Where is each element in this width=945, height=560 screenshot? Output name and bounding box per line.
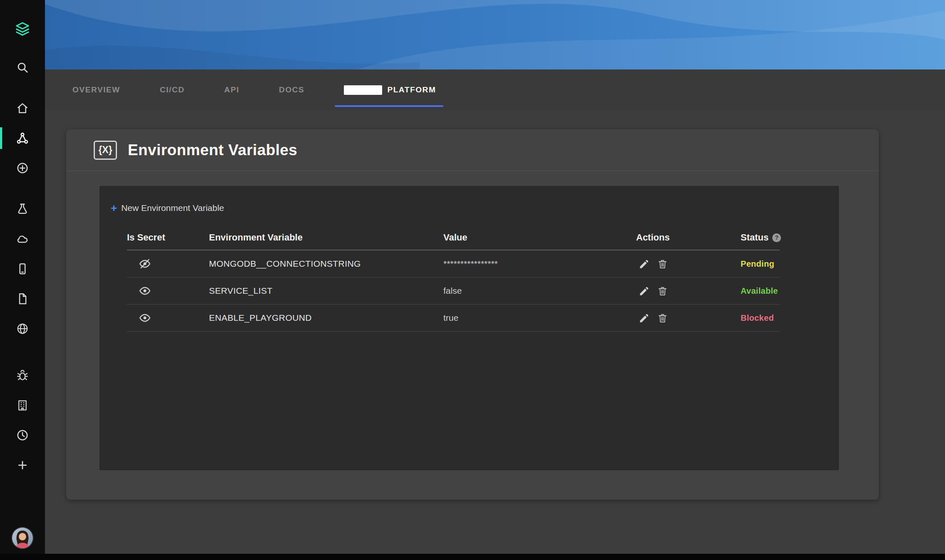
sidebar-item-workflow[interactable] <box>0 123 45 153</box>
cloud-icon <box>16 233 29 245</box>
secret-toggle[interactable] <box>127 285 209 297</box>
flask-icon <box>16 203 29 215</box>
file-icon <box>16 292 29 305</box>
row-actions <box>636 258 741 270</box>
banner-waves-graphic <box>45 0 945 69</box>
status-badge: Pending <box>741 259 780 269</box>
status-badge: Available <box>741 286 780 296</box>
header-actions: Actions <box>636 232 741 243</box>
delete-icon[interactable] <box>657 258 668 270</box>
eye-icon <box>139 312 151 324</box>
card-header: {X} Environment Variables <box>66 129 879 171</box>
header-name: Environment Variable <box>209 232 443 243</box>
sidebar-item-experiments[interactable] <box>0 194 45 224</box>
tab-label: OVERVIEW <box>72 85 120 94</box>
card-body: + New Environment Variable Is Secret Env… <box>66 171 879 470</box>
bottom-edge-bar <box>0 554 945 560</box>
search-icon <box>16 61 29 74</box>
tab-overview[interactable]: OVERVIEW <box>72 69 120 110</box>
sidebar-item-history[interactable] <box>0 420 45 450</box>
edit-icon[interactable] <box>639 258 650 270</box>
env-var-name: ENABLE_PLAYGROUND <box>209 313 443 323</box>
env-variables-table: Is Secret Environment Variable Value Act… <box>127 232 780 332</box>
globe-icon <box>16 322 29 335</box>
eye-off-icon <box>139 258 151 270</box>
new-environment-variable-button[interactable]: + New Environment Variable <box>111 203 224 213</box>
env-var-value: **************** <box>443 259 636 269</box>
plus-icon: + <box>111 204 117 212</box>
eye-icon <box>139 285 151 297</box>
table-row: MONGODB__CONNECTIONSTRING **************… <box>127 250 780 278</box>
tab-cicd[interactable]: CI/CD <box>160 69 185 110</box>
row-actions <box>636 285 741 297</box>
sidebar-item-docs[interactable] <box>0 284 45 314</box>
variable-icon: {X} <box>94 141 117 160</box>
sidebar-item-create[interactable] <box>0 153 45 183</box>
platform-brand-logo <box>344 85 382 95</box>
home-icon <box>16 102 29 114</box>
page-title: Environment Variables <box>128 141 297 159</box>
add-circle-icon <box>16 162 29 174</box>
plus-icon <box>16 459 29 471</box>
header-is-secret: Is Secret <box>127 232 209 243</box>
header-banner <box>45 0 945 69</box>
sidebar-item-add[interactable] <box>0 450 45 480</box>
tab-label: CI/CD <box>160 85 185 94</box>
bug-icon <box>16 369 29 382</box>
variables-panel: + New Environment Variable Is Secret Env… <box>99 186 839 470</box>
sidebar-item-search[interactable] <box>0 52 45 82</box>
user-avatar[interactable] <box>11 527 34 549</box>
sidebar-item-home[interactable] <box>0 93 45 123</box>
building-icon <box>16 399 29 411</box>
status-badge: Blocked <box>741 313 780 323</box>
app-logo[interactable] <box>0 14 45 44</box>
tab-label: DOCS <box>279 85 304 94</box>
tab-api[interactable]: API <box>224 69 239 110</box>
env-var-name: MONGODB__CONNECTIONSTRING <box>209 259 443 269</box>
secret-toggle[interactable] <box>127 312 209 324</box>
sidebar <box>0 0 45 560</box>
secret-toggle[interactable] <box>127 258 209 270</box>
sidebar-item-mobile[interactable] <box>0 254 45 284</box>
delete-icon[interactable] <box>657 312 668 324</box>
status-help-icon[interactable]: ? <box>772 233 781 242</box>
tab-platform[interactable]: PLATFORM <box>344 69 436 110</box>
table-row: ENABLE_PLAYGROUND true <box>127 305 780 332</box>
avatar-image <box>12 528 33 548</box>
environment-variables-card: {X} Environment Variables + New Environm… <box>66 129 879 500</box>
sidebar-item-bugs[interactable] <box>0 360 45 390</box>
tab-bar: OVERVIEW CI/CD API DOCS PLATFORM <box>45 69 945 110</box>
env-var-name: SERVICE_LIST <box>209 286 443 296</box>
tab-label: API <box>224 85 239 94</box>
edit-icon[interactable] <box>639 285 650 297</box>
layers-logo-icon <box>15 21 30 37</box>
tab-label: PLATFORM <box>387 85 436 94</box>
row-actions <box>636 312 741 324</box>
clock-icon <box>16 429 29 441</box>
table-row: SERVICE_LIST false <box>127 278 780 305</box>
content-area: {X} Environment Variables + New Environm… <box>45 110 945 560</box>
app-window: OVERVIEW CI/CD API DOCS PLATFORM {X} <box>0 0 945 560</box>
edit-icon[interactable] <box>639 312 650 324</box>
mobile-icon <box>16 263 29 275</box>
header-value: Value <box>443 232 636 243</box>
table-header-row: Is Secret Environment Variable Value Act… <box>127 232 780 250</box>
main-area: OVERVIEW CI/CD API DOCS PLATFORM {X} <box>45 0 945 560</box>
delete-icon[interactable] <box>657 285 668 297</box>
sidebar-item-organization[interactable] <box>0 390 45 420</box>
sidebar-item-cloud[interactable] <box>0 224 45 254</box>
header-status: Status ? <box>741 232 781 243</box>
workflow-icon <box>16 132 29 144</box>
env-var-value: false <box>443 286 636 296</box>
tab-docs[interactable]: DOCS <box>279 69 304 110</box>
sidebar-item-web[interactable] <box>0 314 45 344</box>
env-var-value: true <box>443 313 636 323</box>
new-variable-label: New Environment Variable <box>121 203 224 213</box>
